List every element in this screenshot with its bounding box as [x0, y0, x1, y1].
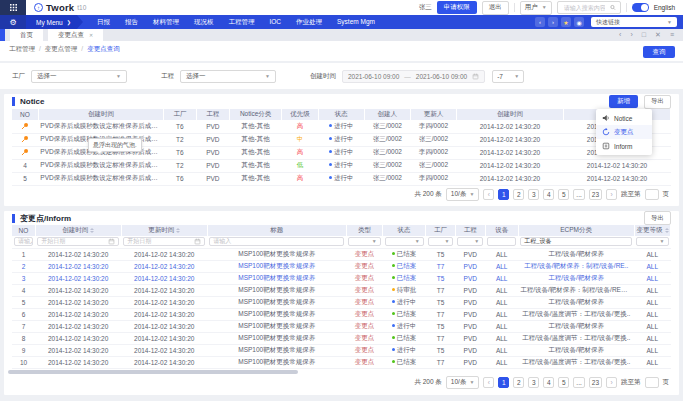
cell-change-title[interactable]: MSP100靶材更换常规保养 [207, 272, 346, 284]
change-col-2[interactable]: 更新时间 [121, 225, 207, 236]
nav-item-4[interactable]: 工程管理 [228, 18, 254, 27]
next-page-button[interactable]: › [606, 377, 617, 388]
sort-icon[interactable] [90, 226, 94, 235]
filter-ecpm-input[interactable]: 工程_设备 [520, 237, 632, 246]
filter-updated-date-input[interactable]: 开始日期 [123, 237, 205, 246]
page-size-select[interactable]: 10/条▼ [446, 376, 480, 389]
nav-item-2[interactable]: 材料管理 [153, 18, 179, 27]
page-button-1[interactable]: 1 [498, 377, 509, 388]
notice-add-button[interactable]: 新增 [609, 95, 638, 108]
cell-notice-title[interactable]: PVD保养后成膜秒数设定标准保养后成膜秒... [38, 120, 163, 133]
cell-change-title[interactable]: MSP100靶材更换常规保养 [207, 332, 346, 344]
query-button[interactable]: 查询 [643, 46, 675, 58]
search-input[interactable] [562, 4, 607, 12]
page-button-3[interactable]: 3 [528, 189, 539, 200]
process-filter-select[interactable]: 选择一 ▼ [180, 70, 276, 83]
filter-device-input[interactable] [487, 237, 516, 246]
page-ellipsis[interactable]: ... [573, 377, 584, 388]
favorite-star-icon[interactable]: ★ [561, 17, 571, 27]
cell-change-title[interactable]: MSP100靶材更换常规保养 [207, 308, 346, 320]
menu-item-label: Inform [614, 143, 632, 150]
filter-cell [485, 236, 518, 248]
notice-export-button[interactable]: 导出 [644, 95, 671, 109]
add-menu-item-1[interactable]: 变更点 [596, 125, 652, 139]
page-button-4[interactable]: 4 [543, 377, 554, 388]
filter-type-select[interactable]: ▼ [348, 237, 380, 246]
page-size-select[interactable]: 10/条▼ [446, 188, 480, 201]
nav-item-7[interactable]: System Mgm [337, 18, 375, 27]
page-button-2[interactable]: 2 [513, 377, 524, 388]
change-export-button[interactable]: 导出 [644, 211, 671, 225]
factory-filter-select[interactable]: 选择一 ▼ [31, 70, 127, 83]
change-col-10[interactable]: 变更等级 [634, 225, 670, 236]
sort-icon[interactable] [176, 226, 180, 235]
cell-notice-title[interactable]: PVD保养后成膜秒数设定标准保养后成膜秒... [38, 159, 163, 172]
page-button-23[interactable]: 23 [589, 189, 602, 200]
filter-title-input[interactable]: 请输入 [209, 237, 344, 246]
nav-item-6[interactable]: 作业处理 [296, 18, 322, 27]
page-button-1[interactable]: 1 [498, 189, 509, 200]
tab-1[interactable]: 变更点查✕ [48, 29, 103, 41]
breadcrumb-item-1[interactable]: 变更点管理 [45, 45, 78, 54]
tab-refresh-icon[interactable]: □ [642, 31, 646, 39]
cell-change-title[interactable]: MSP100靶材更换常规保养 [207, 356, 346, 368]
date-range-input[interactable]: 2021-06-10 09:00 — 2021-06-10 09:00 [342, 70, 485, 83]
cell-change-title[interactable]: MSP100靶材更换常规保养 [207, 248, 346, 260]
page-button-5[interactable]: 5 [558, 377, 569, 388]
nav-item-5[interactable]: IOC [269, 18, 281, 27]
offset-select[interactable]: -7 ▼ [492, 70, 524, 83]
nav-item-1[interactable]: 报告 [125, 18, 138, 27]
filter-cell: ▼ [383, 236, 426, 248]
filter-created-date-input[interactable]: 开始日期 [37, 237, 119, 246]
nav-back-icon[interactable]: ‹ [535, 17, 545, 27]
cell-change-title[interactable]: MSP100靶材更换常规保养 [207, 344, 346, 356]
cell-change-title[interactable]: MSP100靶材更换常规保养 [207, 296, 346, 308]
search-icon[interactable] [610, 4, 616, 11]
jump-page-input[interactable] [645, 189, 659, 200]
filter-process-select[interactable]: ▼ [457, 237, 483, 246]
add-menu-item-0[interactable]: Notice [596, 111, 652, 125]
cell-change-title[interactable]: MSP100靶材更换常规保养 [207, 260, 346, 272]
prev-page-button[interactable]: ‹ [483, 189, 494, 200]
settings-gear-icon[interactable]: ⚙ [0, 15, 26, 29]
filter-factory-select[interactable]: ▼ [428, 237, 454, 246]
user-scope-select[interactable]: 用户 ▼ [520, 1, 552, 15]
nav-item-0[interactable]: 日报 [97, 18, 110, 27]
quick-link-select[interactable]: 快速链接 ▼ [591, 17, 677, 27]
page-ellipsis[interactable]: ... [573, 189, 584, 200]
cell-notice-title[interactable]: PVD保养后成膜秒数设定标准保养后成膜秒... [38, 172, 163, 185]
filter-level-select[interactable]: ▼ [636, 237, 668, 246]
change-col-1[interactable]: 创建时间 [35, 225, 121, 236]
my-menu-button[interactable]: My Menu ❯ [26, 15, 83, 29]
app-grid-icon[interactable] [0, 0, 26, 15]
history-icon[interactable]: ◉ [574, 17, 584, 27]
app-logo[interactable]: ↑ Twork t10 [34, 2, 86, 13]
tab-scroll-right-icon[interactable]: › [630, 31, 632, 39]
next-page-button[interactable]: › [606, 189, 617, 200]
filter-status-select[interactable]: ▼ [385, 237, 424, 246]
cell-change-title[interactable]: MSP100靶材更换常规保养 [207, 320, 346, 332]
breadcrumb-item-0[interactable]: 工程管理 [9, 45, 35, 54]
page-button-4[interactable]: 4 [543, 189, 554, 200]
tab-close-icon[interactable]: ✕ [655, 31, 661, 39]
add-menu-item-2[interactable]: Inform [596, 139, 652, 153]
breadcrumb-item-2[interactable]: 变更点查询 [87, 45, 120, 54]
tab-menu-icon[interactable]: ≡ [670, 31, 674, 39]
tab-0[interactable]: 首页 [10, 29, 43, 41]
page-button-23[interactable]: 23 [589, 377, 602, 388]
filter-no-input[interactable]: 请输入 [14, 237, 33, 246]
nav-forward-icon[interactable]: › [548, 17, 558, 27]
jump-page-input[interactable] [645, 377, 659, 388]
page-button-2[interactable]: 2 [513, 189, 524, 200]
tab-close-icon[interactable]: ✕ [89, 32, 93, 38]
apply-permission-button[interactable]: 申请权限 [437, 1, 477, 14]
prev-page-button[interactable]: ‹ [483, 377, 494, 388]
nav-item-3[interactable]: 现况板 [194, 18, 214, 27]
logout-button[interactable]: 退出 [482, 1, 509, 15]
page-button-3[interactable]: 3 [528, 377, 539, 388]
tab-scroll-left-icon[interactable]: ‹ [619, 31, 621, 39]
page-button-5[interactable]: 5 [558, 189, 569, 200]
language-toggle[interactable] [632, 3, 649, 12]
cell-change-title[interactable]: MSP100靶材更换常规保养 [207, 284, 346, 296]
sort-icon[interactable] [665, 226, 669, 235]
